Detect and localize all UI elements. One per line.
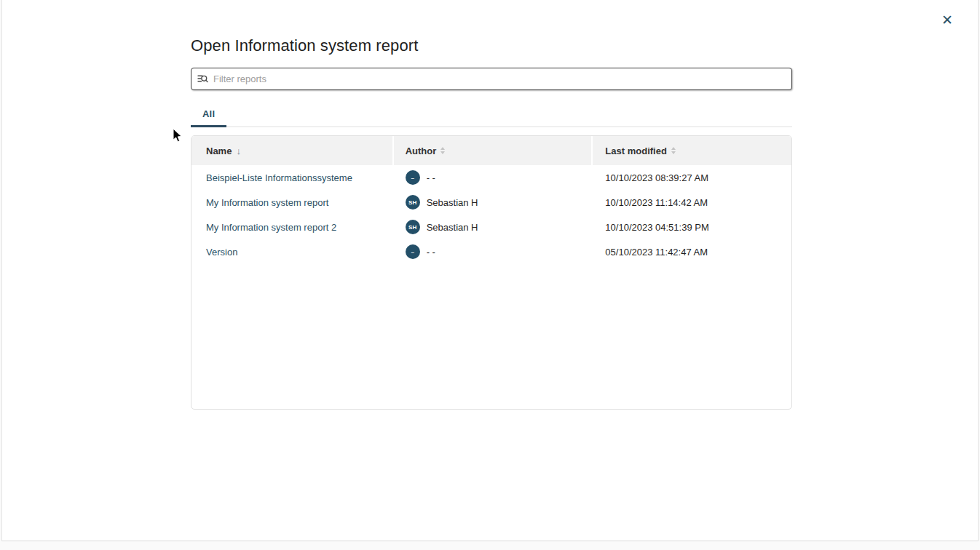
reports-table: Name ↓ Author Last modified [191, 135, 792, 410]
table-row[interactable]: Beispiel-Liste Informationssysteme – - -… [191, 165, 791, 190]
author-avatar: – [406, 170, 420, 185]
column-header-author-label: Author [406, 146, 437, 156]
filter-reports-input[interactable] [191, 68, 792, 90]
last-modified-value: 10/10/2023 11:14:42 AM [605, 197, 708, 208]
open-report-dialog: ✕ Open Information system report All [1, 0, 979, 541]
page: { "dialog": { "title": "Open Information… [0, 0, 980, 550]
report-name-cell: Beispiel-Liste Informationssysteme [191, 165, 392, 190]
table-row[interactable]: My Information system report 2 SH Sebast… [191, 215, 791, 239]
report-name-link[interactable]: My Information system report 2 [206, 222, 336, 233]
report-name-cell: My Information system report 2 [191, 215, 392, 239]
author-cell: – - - [394, 165, 592, 190]
column-header-author[interactable]: Author [394, 136, 592, 165]
sort-unsorted-icon [440, 147, 445, 154]
author-name: - - [427, 247, 435, 258]
column-header-last-modified[interactable]: Last modified [593, 136, 791, 165]
tab-all[interactable]: All [191, 103, 226, 127]
author-name: Sebastian H [427, 197, 478, 208]
author-name: Sebastian H [427, 222, 478, 233]
author-cell: SH Sebastian H [394, 190, 592, 215]
author-avatar: – [406, 244, 420, 259]
report-name-cell: Version [191, 239, 392, 264]
last-modified-cell: 10/10/2023 08:39:27 AM [593, 165, 791, 190]
report-name-cell: My Information system report [191, 190, 392, 215]
author-name: - - [427, 172, 435, 183]
author-cell: – - - [394, 239, 592, 264]
filter-field [191, 68, 792, 90]
table-row[interactable]: Version – - - 05/10/2023 11:42:47 AM [191, 239, 791, 264]
page-title: Open Information system report [191, 36, 418, 55]
tab-all-label: All [202, 108, 215, 119]
table-body: Beispiel-Liste Informationssysteme – - -… [191, 165, 791, 264]
report-name-link[interactable]: Beispiel-Liste Informationssysteme [206, 172, 352, 183]
column-header-name-label: Name [206, 146, 232, 156]
author-avatar: SH [406, 195, 420, 210]
close-icon: ✕ [941, 12, 953, 28]
tab-bar: All [191, 103, 792, 127]
table-row[interactable]: My Information system report SH Sebastia… [191, 190, 791, 215]
author-cell: SH Sebastian H [394, 215, 592, 239]
last-modified-cell: 10/10/2023 11:14:42 AM [593, 190, 791, 215]
close-button[interactable]: ✕ [937, 10, 957, 31]
column-header-last-modified-label: Last modified [605, 146, 667, 156]
sort-unsorted-icon [671, 147, 676, 154]
table-header: Name ↓ Author Last modified [191, 136, 791, 165]
report-name-link[interactable]: Version [206, 247, 237, 258]
sort-descending-icon: ↓ [236, 146, 241, 156]
last-modified-cell: 05/10/2023 11:42:47 AM [593, 239, 791, 264]
report-name-link[interactable]: My Information system report [206, 197, 328, 208]
author-avatar: SH [406, 220, 420, 234]
last-modified-value: 10/10/2023 04:51:39 PM [605, 222, 708, 233]
last-modified-value: 05/10/2023 11:42:47 AM [605, 247, 708, 258]
column-header-name[interactable]: Name ↓ [191, 136, 392, 165]
last-modified-value: 10/10/2023 08:39:27 AM [605, 172, 708, 183]
last-modified-cell: 10/10/2023 04:51:39 PM [593, 215, 791, 239]
